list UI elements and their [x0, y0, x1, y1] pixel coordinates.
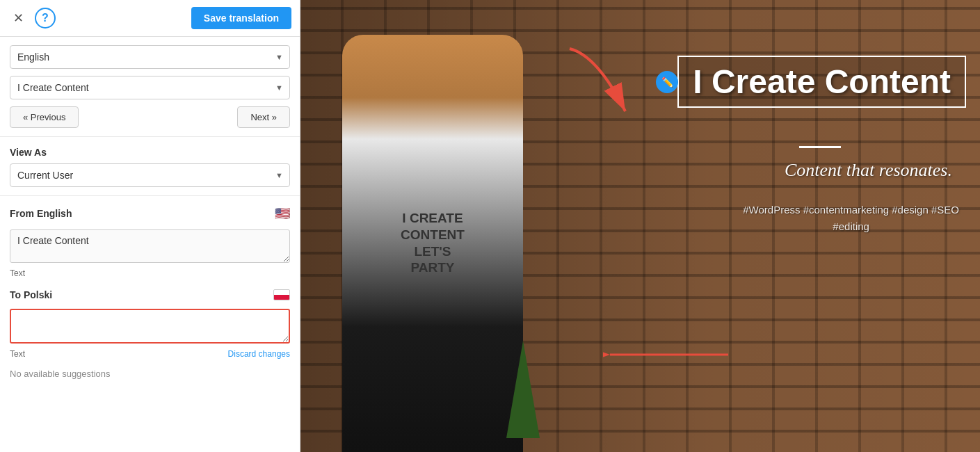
- next-button[interactable]: Next »: [237, 106, 290, 128]
- translation-section: From English 🇺🇸 Text To Polski Text Disc…: [0, 196, 300, 389]
- from-lang-label: From English: [10, 208, 72, 219]
- shirt-text: I CREATE CONTENT LET'S PARTY: [401, 210, 465, 276]
- english-flag-icon: 🇺🇸: [275, 206, 290, 221]
- content-select-wrapper: I Create Content About Contact: [10, 76, 290, 99]
- plant: [495, 341, 551, 452]
- hero-title-area: ✏️ I Create Content: [656, 56, 966, 108]
- view-as-section: View As Current User Administrator Edito…: [0, 137, 300, 196]
- from-lang-header: From English 🇺🇸: [10, 206, 290, 221]
- top-bar: ✕ ? Save translation: [0, 0, 300, 37]
- edit-pencil-button[interactable]: ✏️: [656, 71, 678, 93]
- to-field-meta: Text Discard changes: [10, 349, 290, 359]
- suggestions-text: No available suggestions: [10, 364, 290, 379]
- view-as-select[interactable]: Current User Administrator Editor: [10, 163, 290, 187]
- polish-flag-icon: [273, 289, 290, 300]
- hero-tagline: Content that resonates.: [785, 160, 952, 181]
- from-translation-textarea[interactable]: [10, 229, 290, 263]
- hero-divider: [799, 146, 841, 148]
- from-field-type: Text: [10, 268, 25, 278]
- nav-buttons: « Previous Next »: [10, 106, 290, 128]
- save-translation-button[interactable]: Save translation: [191, 7, 291, 29]
- close-button[interactable]: ✕: [8, 8, 28, 28]
- to-lang-header: To Polski: [10, 289, 290, 300]
- to-translation-textarea[interactable]: [10, 309, 290, 344]
- view-as-select-wrapper: Current User Administrator Editor: [10, 163, 290, 187]
- language-select[interactable]: English Polski Deutsch Français: [10, 45, 290, 69]
- content-select[interactable]: I Create Content About Contact: [10, 76, 290, 99]
- to-field-type: Text: [10, 349, 25, 359]
- previous-button[interactable]: « Previous: [10, 106, 79, 128]
- help-button[interactable]: ?: [35, 8, 56, 29]
- view-as-label: View As: [10, 147, 290, 158]
- left-panel: ✕ ? Save translation English Polski Deut…: [0, 0, 300, 452]
- to-lang-label: To Polski: [10, 289, 52, 300]
- hero-title-text-box: I Create Content: [677, 56, 966, 108]
- from-field-meta: Text: [10, 268, 290, 278]
- controls-section: English Polski Deutsch Français I Create…: [0, 37, 300, 137]
- hero-title: I Create Content: [693, 63, 951, 100]
- discard-changes-link[interactable]: Discard changes: [228, 349, 290, 359]
- hero-hashtags: #WordPress #contentmarketing #design #SE…: [743, 202, 959, 235]
- right-panel: I CREATE CONTENT LET'S PARTY ✏️ I Create…: [300, 0, 980, 452]
- language-select-wrapper: English Polski Deutsch Français: [10, 45, 290, 69]
